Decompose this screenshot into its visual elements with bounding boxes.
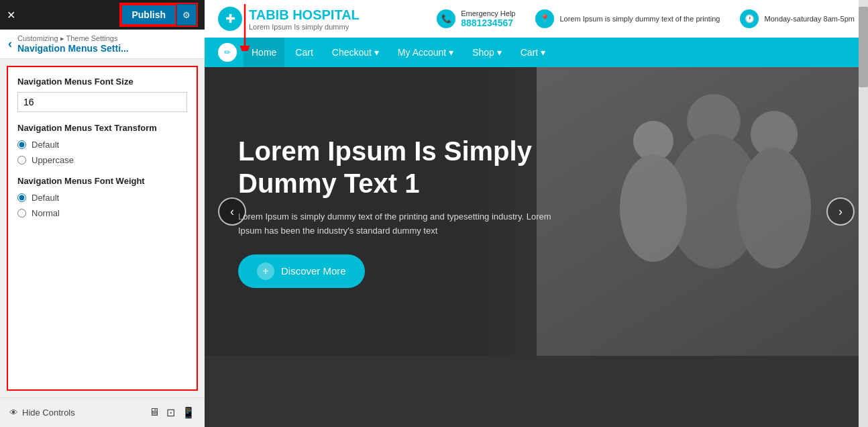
nav-dropdown-checkout: Checkout ▾ [332,47,379,58]
clock-icon: 🕐 [740,9,759,28]
text-transform-group: Default Uppercase [17,140,187,165]
logo-area: ✚ TABIB HOSPITAL Lorem Ipsum Is simply d… [218,7,360,31]
settings-button[interactable]: ⚙ [176,4,197,26]
font-weight-normal-radio[interactable] [17,209,26,218]
tablet-icon[interactable]: ⊡ [166,406,175,419]
font-weight-group: Default Normal [17,193,187,218]
font-weight-default[interactable]: Default [17,193,187,203]
nav-item-shop[interactable]: Shop ▾ [464,38,510,67]
hero-description: Lorem Ipsum is simply dummy text of the … [238,210,569,238]
logo-tagline: Lorem Ipsum Is simply dummy [249,23,360,31]
text-transform-uppercase-radio[interactable] [17,156,26,164]
font-size-label: Navigation Menus Font Size [17,77,187,87]
device-icons: 🖥 ⊡ 📱 [149,406,195,419]
text-transform-uppercase[interactable]: Uppercase [17,155,187,165]
nav-items: Home Cart Checkout ▾ My Account ▾ Shop ▾… [243,38,553,67]
emergency-info: 📞 Emergency Help 8881234567 [437,9,515,28]
nav-item-cart[interactable]: Cart [287,38,321,67]
hide-controls-button[interactable]: 👁 Hide Controls [9,408,75,418]
scrollbar-thumb[interactable] [859,7,868,87]
nav-item-checkout[interactable]: Checkout ▾ [324,38,387,67]
font-weight-normal-label: Normal [32,208,60,218]
text-transform-uppercase-label: Uppercase [32,155,74,165]
logo-icon: ✚ [218,7,242,31]
text-transform-default-label: Default [32,140,59,150]
nav-dropdown-myaccount: My Account ▾ [398,47,453,58]
location-info: 📍 Lorem Ipsum is simply dummy text of th… [535,9,720,28]
right-panel: ✚ TABIB HOSPITAL Lorem Ipsum Is simply d… [205,0,868,427]
font-weight-label: Navigation Menus Font Weight [17,176,187,186]
panel-content: Navigation Menus Font Size Navigation Me… [7,66,198,391]
top-bar: ✕ Publish ⚙ [0,0,205,30]
hours-text: Monday-saturday 8am-5pm [764,15,855,23]
nav-dropdown-shop: Shop ▾ [472,47,502,58]
text-transform-default-radio[interactable] [17,140,26,149]
font-weight-default-label: Default [32,193,59,203]
breadcrumb-info: Customizing ▸ Theme Settings Navigation … [17,34,129,54]
publish-button[interactable]: Publish [121,4,176,26]
desktop-icon[interactable]: 🖥 [149,406,160,419]
breadcrumb-bar: ‹ Customizing ▸ Theme Settings Navigatio… [0,30,205,59]
hero-content: Lorem Ipsum Is Simply Dummy Text 1 Lorem… [205,108,602,315]
discover-more-label: Discover More [281,265,346,277]
slider-next-button[interactable]: › [826,197,855,226]
back-button[interactable]: ‹ [8,37,12,51]
publish-settings-group: Publish ⚙ [119,3,198,27]
emergency-number: 8881234567 [461,17,515,28]
nav-item-cart2[interactable]: Cart ▾ [512,38,553,67]
nav-dropdown-cart2: Cart ▾ [521,47,545,58]
eye-icon: 👁 [9,408,18,418]
font-weight-default-radio[interactable] [17,193,26,202]
slider-prev-button[interactable]: ‹ [218,197,246,226]
breadcrumb-path: Customizing ▸ Theme Settings [17,34,129,43]
emergency-label: Emergency Help [461,9,515,17]
nav-item-myaccount[interactable]: My Account ▾ [390,38,462,67]
plus-icon: + [257,263,274,280]
nav-item-home[interactable]: Home [243,38,284,67]
discover-more-button[interactable]: + Discover More [238,254,365,288]
phone-icon: 📞 [437,9,455,28]
left-panel: ✕ Publish ⚙ ‹ Customizing ▸ Theme Settin… [0,0,205,427]
emergency-text: Emergency Help 8881234567 [461,9,515,28]
mobile-icon[interactable]: 📱 [182,406,195,419]
bottom-bar: 👁 Hide Controls 🖥 ⊡ 📱 [0,397,205,427]
breadcrumb-title: Navigation Menus Setti... [17,43,129,54]
font-size-input[interactable] [17,92,187,112]
hide-controls-label: Hide Controls [22,408,75,418]
text-transform-label: Navigation Menus Text Transform [17,123,187,133]
svg-point-5 [737,148,811,269]
svg-point-7 [620,154,687,262]
hours-info: 🕐 Monday-saturday 8am-5pm [740,9,855,28]
hero-section: Lorem Ipsum Is Simply Dummy Text 1 Lorem… [205,67,868,356]
logo-text: TABIB HOSPITAL Lorem Ipsum Is simply dum… [249,7,360,31]
header-info: 📞 Emergency Help 8881234567 📍 Lorem Ipsu… [437,9,855,28]
site-header: ✚ TABIB HOSPITAL Lorem Ipsum Is simply d… [205,0,868,38]
location-text: Lorem Ipsum is simply dummy text of the … [559,15,720,23]
logo-name: TABIB HOSPITAL [249,7,360,23]
nav-edit-icon[interactable]: ✏ [218,43,237,62]
close-button[interactable]: ✕ [7,9,15,21]
text-transform-default[interactable]: Default [17,140,187,150]
site-nav: ✏ Home Cart Checkout ▾ My Account ▾ Shop… [205,38,868,67]
hero-title: Lorem Ipsum Is Simply Dummy Text 1 [238,135,569,199]
scrollbar[interactable] [859,0,868,427]
location-icon: 📍 [535,9,554,28]
font-weight-normal[interactable]: Normal [17,208,187,218]
